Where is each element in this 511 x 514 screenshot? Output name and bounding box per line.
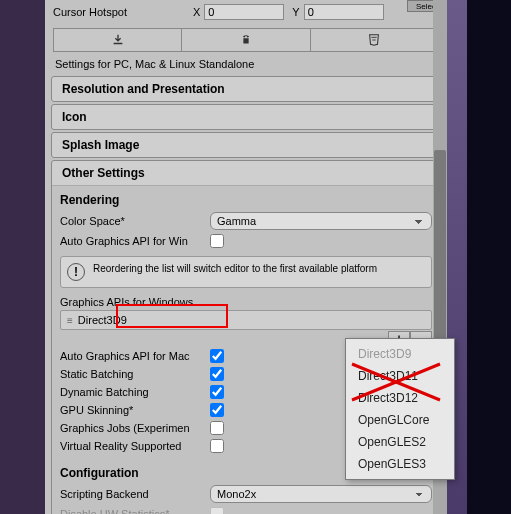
vr-supported-label: Virtual Reality Supported <box>60 440 210 452</box>
popup-item-d3d11[interactable]: Direct3D11 <box>346 365 454 387</box>
android-icon <box>239 33 253 47</box>
api-popup-menu: Direct3D9 Direct3D11 Direct3D12 OpenGLCo… <box>345 338 455 480</box>
info-text: Reordering the list will switch editor t… <box>93 263 377 274</box>
editor-dark-area <box>467 0 511 514</box>
auto-api-mac-checkbox[interactable] <box>210 349 224 363</box>
popup-item-opengles3[interactable]: OpenGLES3 <box>346 453 454 475</box>
dynamic-batching-label: Dynamic Batching <box>60 386 210 398</box>
auto-api-mac-label: Auto Graphics API for Mac <box>60 350 210 362</box>
auto-api-win-checkbox[interactable] <box>210 234 224 248</box>
drag-handle-icon[interactable]: ≡ <box>67 315 72 326</box>
graphics-api-list[interactable]: ≡ Direct3D9 <box>60 310 432 330</box>
tab-standalone[interactable] <box>54 29 182 51</box>
cursor-hotspot-label: Cursor Hotspot <box>53 6 193 18</box>
popup-item-d3d12[interactable]: Direct3D12 <box>346 387 454 409</box>
rendering-header: Rendering <box>60 190 432 210</box>
info-box: ! Reordering the list will switch editor… <box>60 256 432 288</box>
color-space-label: Color Space* <box>60 215 210 227</box>
download-icon <box>111 33 125 47</box>
popup-item-openglcore[interactable]: OpenGLCore <box>346 409 454 431</box>
disable-hw-stats-checkbox <box>210 507 224 514</box>
gpu-skinning-label: GPU Skinning* <box>60 404 210 416</box>
scripting-backend-label: Scripting Backend <box>60 488 210 500</box>
cursor-hotspot-row: Cursor Hotspot X Y <box>45 0 447 24</box>
api-list-item[interactable]: ≡ Direct3D9 <box>61 311 431 329</box>
acc-icon[interactable]: Icon <box>51 104 441 130</box>
auto-api-win-label: Auto Graphics API for Win <box>60 235 210 247</box>
color-space-select[interactable]: Gamma <box>210 212 432 230</box>
graphics-jobs-label: Graphics Jobs (Experimen <box>60 422 210 434</box>
static-batching-checkbox[interactable] <box>210 367 224 381</box>
tab-android[interactable] <box>182 29 310 51</box>
tab-webgl[interactable] <box>311 29 438 51</box>
y-label: Y <box>292 6 299 18</box>
html5-icon <box>367 33 381 47</box>
static-batching-label: Static Batching <box>60 368 210 380</box>
vr-supported-checkbox[interactable] <box>210 439 224 453</box>
dynamic-batching-checkbox[interactable] <box>210 385 224 399</box>
api-list-label: Graphics APIs for Windows <box>60 294 432 310</box>
scripting-backend-select[interactable]: Mono2x <box>210 485 432 503</box>
api-item-label: Direct3D9 <box>78 314 127 326</box>
x-label: X <box>193 6 200 18</box>
acc-splash[interactable]: Splash Image <box>51 132 441 158</box>
cursor-x-input[interactable] <box>204 4 284 20</box>
disable-hw-stats-label: Disable HW Statistics* <box>60 508 210 514</box>
acc-resolution[interactable]: Resolution and Presentation <box>51 76 441 102</box>
popup-item-opengles2[interactable]: OpenGLES2 <box>346 431 454 453</box>
settings-title: Settings for PC, Mac & Linux Standalone <box>45 52 447 76</box>
popup-item-d3d9: Direct3D9 <box>346 343 454 365</box>
cursor-y-input[interactable] <box>304 4 384 20</box>
svg-rect-0 <box>243 38 248 43</box>
info-icon: ! <box>67 263 85 281</box>
graphics-jobs-checkbox[interactable] <box>210 421 224 435</box>
gpu-skinning-checkbox[interactable] <box>210 403 224 417</box>
platform-tabs <box>53 28 439 52</box>
